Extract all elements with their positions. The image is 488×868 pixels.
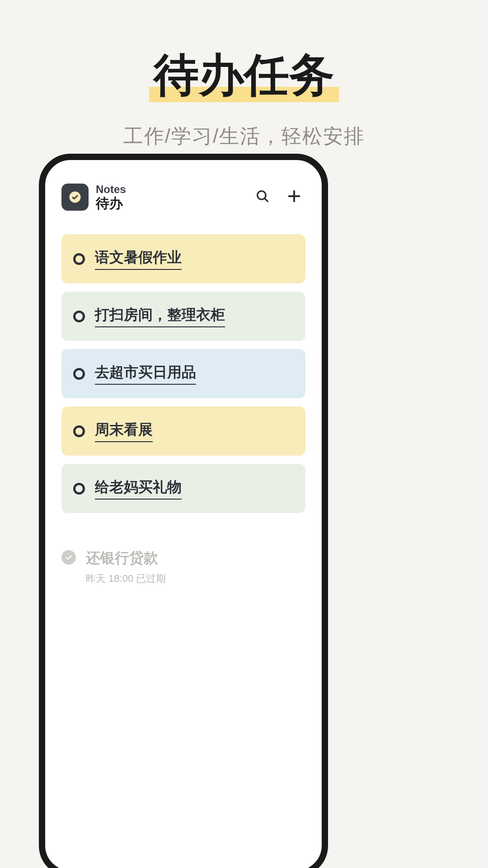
- task-checkbox[interactable]: [73, 425, 85, 437]
- task-checkbox[interactable]: [73, 368, 85, 380]
- section-label: 待办: [96, 196, 242, 211]
- search-icon: [255, 189, 270, 206]
- task-title: 周末看展: [95, 420, 153, 442]
- check-done-icon: [61, 550, 76, 565]
- svg-line-2: [265, 198, 267, 201]
- completed-meta: 昨天 18:00 已过期: [86, 572, 166, 585]
- header-titles: Notes 待办: [96, 184, 242, 210]
- task-title: 语文暑假作业: [95, 248, 182, 270]
- add-button[interactable]: [283, 186, 305, 208]
- task-title: 打扫房间，整理衣柜: [95, 305, 225, 327]
- completed-task[interactable]: 还银行贷款 昨天 18:00 已过期: [61, 548, 305, 585]
- search-button[interactable]: [251, 186, 274, 208]
- task-title: 去超市买日用品: [95, 363, 196, 385]
- app-icon: [61, 184, 89, 211]
- task-checkbox[interactable]: [73, 253, 85, 265]
- task-checkbox[interactable]: [73, 483, 85, 495]
- completed-section: 还银行贷款 昨天 18:00 已过期: [45, 521, 322, 585]
- task-card[interactable]: 打扫房间，整理衣柜: [61, 292, 305, 341]
- phone-mockup: Notes 待办 语文暑假作业 打扫房间，整理衣柜 去超市买日用品: [39, 154, 328, 868]
- app-name-label: Notes: [96, 184, 242, 195]
- completed-title: 还银行贷款: [86, 548, 166, 568]
- task-card[interactable]: 周末看展: [61, 406, 305, 456]
- promo-title-block: 待办任务: [0, 50, 488, 99]
- task-card[interactable]: 去超市买日用品: [61, 349, 305, 398]
- task-list: 语文暑假作业 打扫房间，整理衣柜 去超市买日用品 周末看展 给老妈买礼物: [45, 220, 322, 513]
- plus-icon: [286, 189, 302, 206]
- app-header: Notes 待办: [45, 160, 322, 220]
- task-card[interactable]: 给老妈买礼物: [61, 464, 305, 513]
- task-card[interactable]: 语文暑假作业: [61, 234, 305, 283]
- promo-subtitle: 工作/学习/生活，轻松安排: [0, 123, 488, 150]
- task-checkbox[interactable]: [73, 311, 85, 322]
- promo-title: 待办任务: [149, 50, 339, 99]
- task-title: 给老妈买礼物: [95, 477, 182, 500]
